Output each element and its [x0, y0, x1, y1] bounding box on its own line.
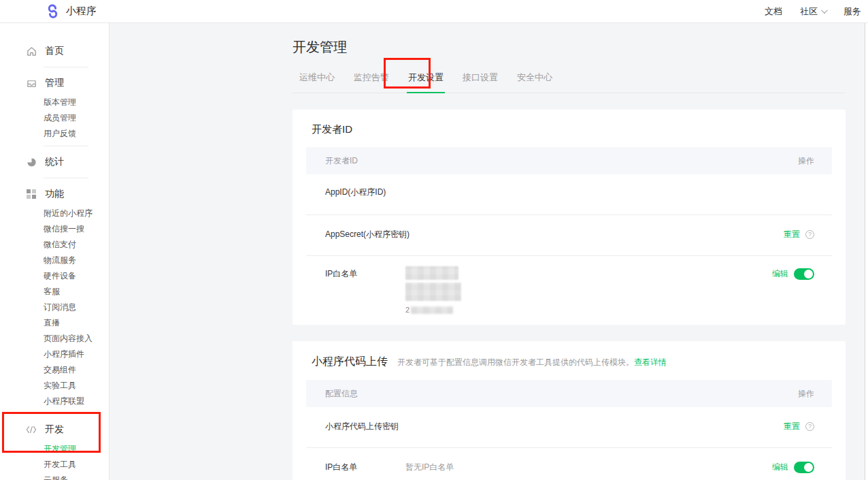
- sidebar-item-hardware[interactable]: 硬件设备: [0, 268, 109, 284]
- sidebar-item-version-manage[interactable]: 版本管理: [0, 95, 109, 110]
- sidebar-item-subscribe-message[interactable]: 订阅消息: [0, 300, 109, 315]
- nav-community[interactable]: 社区: [800, 5, 826, 18]
- sidebar-item-features[interactable]: 功能: [0, 182, 109, 206]
- code-upload-card: 小程序代码上传 开发者可基于配置信息调用微信开发者工具提供的代码上传模块。查看详…: [293, 341, 846, 480]
- sidebar-divider: [44, 67, 88, 67]
- sidebar-item-live[interactable]: 直播: [0, 315, 109, 331]
- ip-redacted-prefix: 2: [405, 306, 410, 314]
- col-config-info: 配置信息: [325, 388, 358, 400]
- sidebar: 首页 管理 版本管理 成员管理 用户反馈 统计 功能 附近的小程序 微信搜一搜: [0, 23, 110, 480]
- upload-key-label: 小程序代码上传密钥: [325, 421, 784, 432]
- grid-icon: [26, 189, 37, 199]
- code-upload-description: 开发者可基于配置信息调用微信开发者工具提供的代码上传模块。查看详情: [397, 357, 667, 368]
- upload-ip-whitelist-label: IP白名单: [325, 462, 405, 473]
- sidebar-item-customer-service[interactable]: 客服: [0, 284, 109, 300]
- home-icon: [26, 46, 37, 57]
- sidebar-item-wechat-search[interactable]: 微信搜一搜: [0, 221, 109, 237]
- upload-ip-whitelist-row: IP白名单 暂无IP白名单 编辑: [306, 447, 832, 480]
- tab-security-center[interactable]: 安全中心: [517, 71, 552, 84]
- help-icon[interactable]: ?: [805, 422, 814, 431]
- sidebar-item-home[interactable]: 首页: [0, 39, 109, 63]
- sidebar-item-label: 开发: [45, 423, 64, 436]
- upload-key-row: 小程序代码上传密钥 重置 ?: [306, 407, 832, 447]
- chevron-down-icon: [821, 7, 828, 14]
- appsecret-label: AppSecret(小程序密钥): [325, 229, 784, 240]
- pie-chart-icon: [26, 157, 37, 167]
- col-actions: 操作: [798, 388, 814, 400]
- code-upload-table-header: 配置信息 操作: [306, 380, 832, 407]
- sidebar-item-plugins[interactable]: 小程序插件: [0, 347, 109, 362]
- ip-whitelist-label: IP白名单: [325, 268, 405, 280]
- sidebar-item-dev[interactable]: 开发: [0, 418, 109, 441]
- vertical-scrollbar[interactable]: [865, 23, 868, 480]
- sidebar-divider: [44, 146, 88, 146]
- sidebar-item-logistics[interactable]: 物流服务: [0, 253, 109, 268]
- sidebar-item-page-content[interactable]: 页面内容接入: [0, 331, 109, 347]
- ip-whitelist-row: IP白名单 2 编辑: [306, 255, 832, 325]
- top-nav: 文档 社区 服务: [765, 5, 861, 18]
- page-title: 开发管理: [293, 38, 846, 57]
- code-upload-heading: 小程序代码上传: [312, 355, 388, 369]
- top-bar: 小程序 文档 社区 服务: [0, 0, 868, 23]
- appsecret-reset-button[interactable]: 重置: [784, 229, 800, 240]
- col-actions: 操作: [798, 155, 814, 167]
- sidebar-item-member-manage[interactable]: 成员管理: [0, 110, 109, 126]
- code-upload-heading-row: 小程序代码上传 开发者可基于配置信息调用微信开发者工具提供的代码上传模块。查看详…: [306, 341, 832, 380]
- sidebar-item-label: 功能: [45, 188, 64, 200]
- sidebar-divider: [44, 413, 88, 414]
- sidebar-item-dev-manage[interactable]: 开发管理: [0, 441, 109, 457]
- inbox-icon: [26, 78, 37, 89]
- sidebar-item-wechat-pay[interactable]: 微信支付: [0, 237, 109, 253]
- sidebar-item-label: 管理: [45, 77, 64, 89]
- sidebar-item-label: 统计: [45, 156, 64, 168]
- tab-bar: 运维中心 监控告警 开发设置 接口设置 安全中心: [293, 71, 846, 93]
- col-developer-id: 开发者ID: [325, 155, 358, 167]
- help-icon[interactable]: ?: [805, 230, 814, 239]
- main-area: 开发管理 运维中心 监控告警 开发设置 接口设置 安全中心 开发者ID 开发者I…: [110, 23, 868, 480]
- sidebar-item-manage[interactable]: 管理: [0, 71, 109, 95]
- sidebar-item-miniprogram-union[interactable]: 小程序联盟: [0, 394, 109, 409]
- upload-ip-edit-button[interactable]: 编辑: [772, 462, 788, 473]
- appid-label: AppID(小程序ID): [325, 187, 405, 198]
- ip-whitelist-values-redacted: 2: [405, 268, 772, 314]
- tab-monitor-alert[interactable]: 监控告警: [354, 71, 389, 84]
- ip-whitelist-toggle[interactable]: [794, 268, 814, 280]
- sidebar-item-dev-tools[interactable]: 开发工具: [0, 457, 109, 473]
- sidebar-item-nearby-miniprogram[interactable]: 附近的小程序: [0, 206, 109, 221]
- upload-ip-whitelist-empty: 暂无IP白名单: [405, 462, 772, 473]
- miniprogram-logo[interactable]: 小程序: [46, 4, 97, 18]
- nav-docs[interactable]: 文档: [765, 5, 782, 18]
- developer-id-heading: 开发者ID: [306, 110, 832, 147]
- sidebar-divider: [44, 178, 88, 178]
- tab-ops-center[interactable]: 运维中心: [299, 71, 335, 84]
- miniprogram-logo-icon: [46, 4, 60, 18]
- ip-whitelist-edit-button[interactable]: 编辑: [772, 268, 788, 280]
- sidebar-item-user-feedback[interactable]: 用户反馈: [0, 126, 109, 142]
- code-icon: [26, 424, 37, 435]
- logo-text: 小程序: [66, 5, 97, 18]
- tab-dev-settings[interactable]: 开发设置: [408, 71, 444, 84]
- sidebar-item-cloud-service[interactable]: 云服务: [0, 473, 109, 480]
- sidebar-item-trade-component[interactable]: 交易组件: [0, 362, 109, 378]
- sidebar-item-experiment-tools[interactable]: 实验工具: [0, 378, 109, 394]
- view-details-link[interactable]: 查看详情: [634, 357, 667, 367]
- sidebar-item-label: 首页: [45, 45, 64, 57]
- sidebar-item-stats[interactable]: 统计: [0, 150, 109, 174]
- upload-key-reset-button[interactable]: 重置: [784, 421, 800, 432]
- upload-ip-toggle[interactable]: [794, 462, 814, 473]
- developer-id-table-header: 开发者ID 操作: [306, 147, 832, 174]
- developer-id-card: 开发者ID 开发者ID 操作 AppID(小程序ID) AppSecret(小程…: [293, 110, 846, 325]
- tab-api-settings[interactable]: 接口设置: [463, 71, 498, 84]
- appid-row: AppID(小程序ID): [306, 174, 832, 214]
- nav-service[interactable]: 服务: [844, 5, 861, 18]
- appsecret-row: AppSecret(小程序密钥) 重置 ?: [306, 214, 832, 255]
